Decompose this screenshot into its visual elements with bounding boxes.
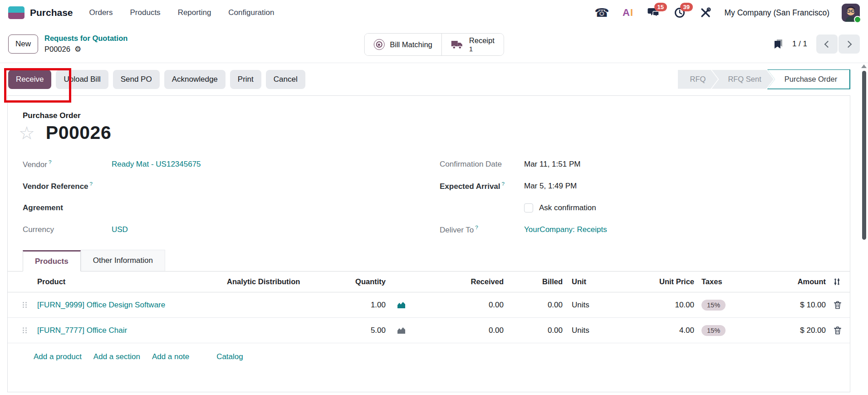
- breadcrumb-parent-link[interactable]: Requests for Quotation: [44, 33, 128, 44]
- vendor-value-link[interactable]: Ready Mat - US12345675: [112, 160, 201, 169]
- systray: ☎ AI 15 39 My Company (San Francisco): [595, 4, 860, 22]
- upload-bill-button[interactable]: Upload Bill: [56, 70, 108, 89]
- field-groups: Vendor? Ready Mat - US12345675 Vendor Re…: [8, 153, 850, 241]
- col-amount[interactable]: Amount: [758, 277, 826, 286]
- cancel-button[interactable]: Cancel: [266, 70, 305, 89]
- col-quantity[interactable]: Quantity: [318, 277, 386, 286]
- col-received[interactable]: Received: [413, 277, 504, 286]
- receive-button[interactable]: Receive: [8, 70, 51, 89]
- unit-price-cell[interactable]: 10.00: [626, 301, 694, 310]
- pager-previous-button[interactable]: [816, 35, 838, 54]
- deliver-to-value-link[interactable]: YourCompany: Receipts: [524, 225, 607, 234]
- currency-value-link[interactable]: USD: [112, 225, 128, 234]
- menu-orders[interactable]: Orders: [89, 8, 113, 17]
- voip-phone-icon[interactable]: ☎: [595, 6, 609, 20]
- receipt-button[interactable]: Receipt 1: [441, 34, 504, 55]
- bookmark-icon[interactable]: [773, 39, 783, 49]
- activities-clock-icon[interactable]: 39: [673, 6, 687, 20]
- notebook-tabs: Products Other Information: [8, 250, 850, 272]
- delete-row-icon[interactable]: [834, 301, 841, 309]
- print-button[interactable]: Print: [230, 70, 261, 89]
- user-avatar[interactable]: [842, 4, 860, 22]
- tax-tag[interactable]: 15%: [701, 325, 726, 336]
- forecast-chart-icon[interactable]: [397, 301, 406, 309]
- breadcrumb: Requests for Quotation P00026 ⚙: [44, 33, 128, 55]
- add-note-link[interactable]: Add a note: [152, 352, 189, 361]
- table-footer-links: Add a product Add a section Add a note C…: [8, 343, 850, 370]
- received-cell[interactable]: 0.00: [413, 326, 504, 335]
- billed-cell[interactable]: 0.00: [504, 326, 563, 335]
- scrollbar-thumb[interactable]: [862, 71, 866, 240]
- field-ask-confirmation: Ask confirmation: [440, 197, 785, 219]
- product-link[interactable]: [FURN_9999] Office Design Software: [37, 301, 165, 309]
- top-navbar: Purchase Orders Products Reporting Confi…: [0, 0, 868, 25]
- col-unit-price[interactable]: Unit Price: [626, 277, 694, 286]
- pager-next-button[interactable]: [839, 35, 860, 54]
- optional-columns-icon[interactable]: [833, 278, 841, 286]
- menu-configuration[interactable]: Configuration: [228, 8, 274, 17]
- amount-cell[interactable]: $ 10.00: [758, 301, 826, 310]
- send-po-button[interactable]: Send PO: [113, 70, 160, 89]
- field-deliver-to: Deliver To? YourCompany: Receipts: [440, 219, 785, 241]
- unit-cell[interactable]: Units: [563, 301, 626, 310]
- scroll-up-arrow-icon[interactable]: [861, 64, 867, 68]
- control-panel: New Requests for Quotation P00026 ⚙ Bill…: [0, 25, 868, 63]
- acknowledge-button[interactable]: Acknowledge: [164, 70, 226, 89]
- chevron-right-icon: [845, 40, 852, 48]
- col-billed[interactable]: Billed: [504, 277, 563, 286]
- form-sheet: Purchase Order ☆ P00026 Vendor? Ready Ma…: [7, 95, 850, 392]
- col-taxes[interactable]: Taxes: [694, 277, 758, 286]
- company-switcher[interactable]: My Company (San Francisco): [725, 8, 829, 18]
- help-question: ?: [90, 181, 93, 187]
- unit-cell[interactable]: Units: [563, 326, 626, 335]
- forecast-chart-icon[interactable]: [397, 326, 406, 334]
- ask-confirmation-label: Ask confirmation: [539, 203, 596, 212]
- expected-arrival-value[interactable]: Mar 5, 1:49 PM: [524, 182, 577, 191]
- col-analytic-distribution[interactable]: Analytic Distribution: [227, 277, 318, 286]
- truck-icon: [451, 40, 464, 49]
- product-link[interactable]: [FURN_7777] Office Chair: [37, 326, 127, 335]
- stage-rfq[interactable]: RFQ: [678, 70, 718, 89]
- catalog-link[interactable]: Catalog: [216, 352, 243, 361]
- help-question: ?: [49, 159, 51, 165]
- vertical-scrollbar[interactable]: [861, 64, 867, 391]
- app-title[interactable]: Purchase: [30, 7, 73, 18]
- unit-price-cell[interactable]: 4.00: [626, 326, 694, 335]
- field-agreement: Agreement: [23, 197, 313, 219]
- new-button[interactable]: New: [8, 35, 38, 54]
- quantity-cell[interactable]: 5.00: [318, 326, 386, 335]
- bill-matching-button[interactable]: Bill Matching: [364, 34, 441, 55]
- stage-purchase-order[interactable]: Purchase Order: [767, 69, 850, 89]
- messages-icon[interactable]: 15: [647, 6, 661, 20]
- quantity-cell[interactable]: 1.00: [318, 301, 386, 310]
- ask-confirmation-checkbox[interactable]: [524, 203, 533, 212]
- confirmation-date-value[interactable]: Mar 11, 1:51 PM: [524, 160, 580, 169]
- debug-tools-icon[interactable]: [699, 6, 712, 20]
- col-unit[interactable]: Unit: [563, 277, 626, 286]
- menu-reporting[interactable]: Reporting: [178, 8, 211, 17]
- tab-other-information[interactable]: Other Information: [81, 250, 165, 271]
- online-status-dot: [854, 16, 861, 23]
- menu-products[interactable]: Products: [130, 8, 161, 17]
- field-currency: Currency USD: [23, 219, 313, 241]
- delete-row-icon[interactable]: [834, 326, 841, 335]
- received-cell[interactable]: 0.00: [413, 301, 504, 310]
- add-product-link[interactable]: Add a product: [34, 352, 82, 361]
- favorite-star-icon[interactable]: ☆: [19, 124, 35, 142]
- tab-products[interactable]: Products: [23, 250, 81, 272]
- odoo-app-logo[interactable]: [8, 6, 25, 19]
- col-product[interactable]: Product: [34, 277, 227, 286]
- stage-rfq-sent[interactable]: RFQ Sent: [711, 70, 773, 89]
- amount-cell[interactable]: $ 20.00: [758, 326, 826, 335]
- smart-buttons: Bill Matching Receipt 1: [364, 33, 504, 56]
- drag-handle-icon[interactable]: [23, 302, 27, 308]
- billed-cell[interactable]: 0.00: [504, 301, 563, 310]
- help-question: ?: [502, 181, 505, 187]
- record-title: P00026: [46, 122, 111, 143]
- table-row: [FURN_9999] Office Design Software 1.00 …: [8, 292, 850, 318]
- drag-handle-icon[interactable]: [23, 327, 27, 334]
- gear-icon[interactable]: ⚙: [74, 45, 81, 53]
- add-section-link[interactable]: Add a section: [93, 352, 140, 361]
- ai-icon[interactable]: AI: [621, 6, 635, 20]
- tax-tag[interactable]: 15%: [701, 300, 726, 311]
